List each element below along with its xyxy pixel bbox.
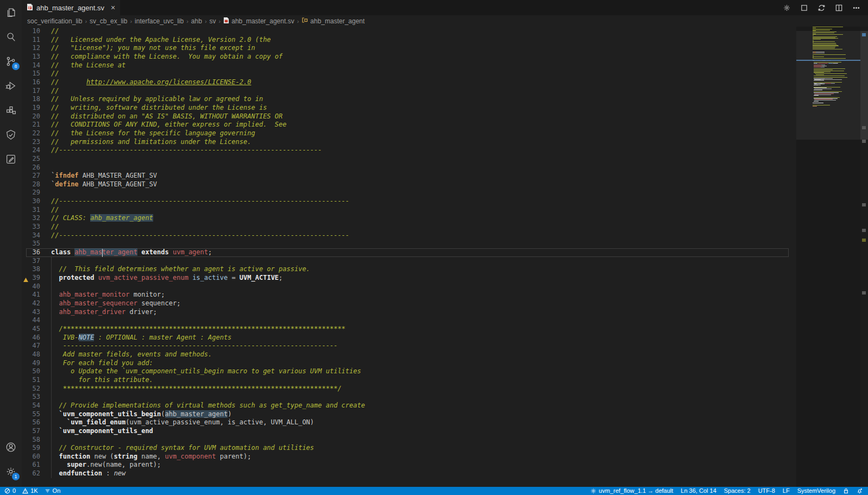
- breadcrumb-item-soc-verification-lib[interactable]: soc_verification_lib: [27, 17, 82, 25]
- code-line-34[interactable]: //--------------------------------------…: [51, 231, 796, 240]
- breadcrumb-item-sv-cb-ex-lib[interactable]: sv_cb_ex_lib: [90, 17, 127, 25]
- editor-gutter[interactable]: 1011121314151617181920212223242526272829…: [22, 27, 51, 478]
- code-line-52[interactable]: ****************************************…: [51, 385, 796, 393]
- code-line-33[interactable]: //: [51, 223, 796, 231]
- status-item-error-circle[interactable]: 0: [4, 487, 16, 495]
- code-line-37[interactable]: [51, 257, 796, 266]
- line-number[interactable]: 56: [22, 418, 51, 427]
- code-line-16[interactable]: // http://www.apache.org/licenses/LICENS…: [51, 78, 796, 87]
- code-line-10[interactable]: //: [51, 27, 796, 36]
- line-number[interactable]: 33: [22, 223, 51, 231]
- line-number[interactable]: 20: [22, 112, 51, 121]
- code-line-15[interactable]: //: [51, 70, 796, 78]
- breadcrumb-item-sv[interactable]: sv: [210, 17, 216, 25]
- line-number[interactable]: 12: [22, 44, 51, 53]
- breadcrumb-item-ahb-master-agent[interactable]: ahb_master_agent: [301, 17, 364, 25]
- testing-icon[interactable]: [0, 122, 22, 147]
- code-line-59[interactable]: // Constructor - required syntax for UVM…: [51, 444, 796, 453]
- line-number[interactable]: 16: [22, 78, 51, 87]
- extensions-icon[interactable]: [0, 98, 22, 122]
- code-line-41[interactable]: ahb_master_monitor monitor;: [51, 291, 796, 299]
- line-number[interactable]: 10: [22, 27, 51, 36]
- line-number[interactable]: 29: [22, 189, 51, 197]
- line-number[interactable]: 58: [22, 436, 51, 444]
- line-number[interactable]: 62: [22, 469, 51, 478]
- code-line-46[interactable]: IVB-NOTE : OPTIONAL : master Agent : Age…: [51, 334, 796, 342]
- line-number[interactable]: 42: [22, 299, 51, 308]
- line-number[interactable]: 57: [22, 427, 51, 436]
- settings-icon[interactable]: 1: [0, 459, 22, 484]
- code-line-21[interactable]: // CONDITIONS OF ANY KIND, either expres…: [51, 121, 796, 129]
- status-item-bell-dot[interactable]: [857, 488, 863, 494]
- line-number[interactable]: 50: [22, 367, 51, 376]
- status-item-status-right-5[interactable]: SystemVerilog: [797, 487, 835, 495]
- status-item-status-right-2[interactable]: Spaces: 2: [724, 487, 751, 495]
- code-line-28[interactable]: `define AHB_MASTER_AGENT_SV: [51, 180, 796, 189]
- code-line-13[interactable]: // compliance with the License. You may …: [51, 53, 796, 61]
- status-item-status-right-4[interactable]: LF: [783, 487, 790, 495]
- code-line-48[interactable]: Add master fields, events and methods.: [51, 350, 796, 359]
- line-number[interactable]: 28: [22, 180, 51, 189]
- line-number[interactable]: 14: [22, 61, 51, 70]
- line-number[interactable]: 53: [22, 393, 51, 402]
- line-number[interactable]: 41: [22, 291, 51, 299]
- line-number[interactable]: 45: [22, 325, 51, 334]
- code-line-12[interactable]: // "License"); you may not use this file…: [51, 44, 796, 53]
- editor-content[interactable]: //// Licensed under the Apache License, …: [51, 27, 796, 478]
- line-number[interactable]: 17: [22, 87, 51, 96]
- line-number[interactable]: 55: [22, 410, 51, 419]
- status-item-filter[interactable]: On: [45, 487, 61, 495]
- code-line-17[interactable]: //: [51, 87, 796, 96]
- line-number[interactable]: 22: [22, 129, 51, 138]
- square-icon[interactable]: [800, 3, 808, 12]
- code-line-51[interactable]: for this attribute.: [51, 376, 796, 385]
- code-line-61[interactable]: super.new(name, parent);: [51, 461, 796, 469]
- code-line-11[interactable]: // Licensed under the Apache License, Ve…: [51, 36, 796, 45]
- code-editor[interactable]: 1011121314151617181920212223242526272829…: [22, 27, 868, 487]
- tab-ahb-master-agent[interactable]: ahb_master_agent.sv ×: [22, 0, 120, 15]
- line-number[interactable]: 30: [22, 197, 51, 206]
- line-number[interactable]: 34: [22, 231, 51, 240]
- code-line-20[interactable]: // distributed on an "AS IS" BASIS, WITH…: [51, 112, 796, 121]
- code-line-29[interactable]: [51, 189, 796, 197]
- line-number[interactable]: 48: [22, 350, 51, 359]
- line-number[interactable]: 37: [22, 257, 51, 266]
- status-item-warning-triangle[interactable]: 1K: [22, 487, 37, 495]
- code-line-32[interactable]: // CLASS: ahb_master_agent: [51, 214, 796, 223]
- edit-session-icon[interactable]: [0, 147, 22, 171]
- line-number[interactable]: 39: [22, 274, 51, 283]
- accounts-icon[interactable]: [0, 435, 22, 459]
- code-line-26[interactable]: [51, 164, 796, 172]
- code-line-60[interactable]: function new (string name, uvm_component…: [51, 453, 796, 461]
- code-line-56[interactable]: `uvm_field_enum(uvm_active_passive_enum,…: [51, 418, 796, 427]
- breadcrumb-item-ahb-master-agent-sv[interactable]: ahb_master_agent.sv: [223, 17, 294, 26]
- run-debug-icon[interactable]: [0, 73, 22, 98]
- code-line-47[interactable]: ----------------------------------------…: [51, 342, 796, 350]
- code-line-44[interactable]: [51, 316, 796, 325]
- line-number[interactable]: 47: [22, 342, 51, 350]
- line-number[interactable]: 49: [22, 359, 51, 368]
- search-icon[interactable]: [0, 24, 22, 49]
- minimap[interactable]: [796, 27, 860, 487]
- line-number[interactable]: 13: [22, 53, 51, 61]
- status-item-lock[interactable]: [843, 488, 849, 494]
- line-number[interactable]: 40: [22, 283, 51, 291]
- code-line-54[interactable]: // Provide implementations of virtual me…: [51, 402, 796, 410]
- line-number[interactable]: 26: [22, 164, 51, 172]
- line-number[interactable]: 15: [22, 70, 51, 78]
- more-actions-icon[interactable]: [852, 3, 860, 12]
- code-line-62[interactable]: endfunction : new: [51, 469, 796, 478]
- code-line-35[interactable]: [51, 240, 796, 248]
- code-line-49[interactable]: For each field you add:: [51, 359, 796, 368]
- line-number[interactable]: 38: [22, 265, 51, 274]
- code-line-18[interactable]: // Unless required by applicable law or …: [51, 95, 796, 104]
- code-line-45[interactable]: /***************************************…: [51, 325, 796, 334]
- code-line-57[interactable]: `uvm_component_utils_end: [51, 427, 796, 436]
- split-editor-icon[interactable]: [834, 3, 843, 12]
- line-number[interactable]: 51: [22, 376, 51, 385]
- code-line-22[interactable]: // the License for the specific language…: [51, 129, 796, 138]
- line-number[interactable]: 44: [22, 316, 51, 325]
- explorer-icon[interactable]: [0, 0, 22, 24]
- code-line-31[interactable]: //: [51, 206, 796, 215]
- line-number[interactable]: 27: [22, 172, 51, 180]
